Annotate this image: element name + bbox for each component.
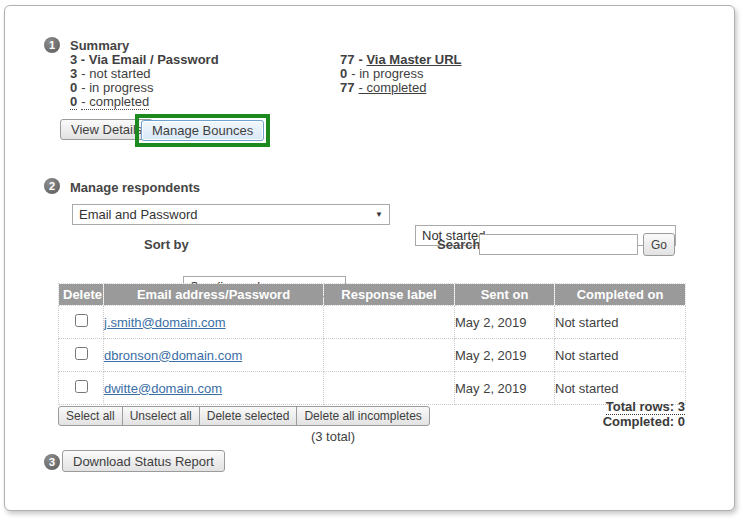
respondents-table: Delete Email address/Password Response l…: [58, 283, 686, 405]
row-checkbox[interactable]: [75, 347, 88, 360]
row-checkbox[interactable]: [75, 314, 88, 327]
delete-selected-button[interactable]: Delete selected: [199, 406, 298, 426]
row-checkbox[interactable]: [75, 380, 88, 393]
summary-master-line-completed: 77- completed: [340, 81, 462, 95]
summary-email-line-completed: 0- completed: [70, 95, 219, 109]
unselect-all-button[interactable]: Unselect all: [122, 406, 200, 426]
manage-bounces-button[interactable]: Manage Bounces: [141, 120, 264, 141]
section-2-number: 2: [49, 180, 55, 192]
download-status-report-button[interactable]: Download Status Report: [62, 450, 225, 472]
chevron-down-icon: ▼: [375, 211, 383, 219]
search-input[interactable]: [479, 234, 638, 255]
select-all-button[interactable]: Select all: [58, 406, 123, 426]
row-count-note: (3 total): [278, 429, 388, 444]
sent-on-cell: May 2, 2019: [455, 339, 555, 372]
go-button[interactable]: Go: [643, 233, 675, 256]
respondent-status-page: 1 Summary 3 - Via Email / Password 3- no…: [0, 0, 743, 521]
col-header-delete: Delete: [59, 284, 104, 306]
table-header-row: Delete Email address/Password Response l…: [59, 284, 686, 306]
section-3-badge: 3: [44, 454, 60, 470]
email-link[interactable]: dwitte@domain.com: [104, 381, 222, 396]
summary-master-line: 0- in progress: [340, 67, 462, 81]
summary-title: Summary: [70, 38, 129, 53]
email-link[interactable]: dbronson@domain.com: [104, 348, 242, 363]
delete-all-incompletes-button[interactable]: Delete all incompletes: [296, 406, 429, 426]
response-label-cell: [324, 306, 455, 339]
completed-on-cell: Not started: [555, 339, 686, 372]
email-link[interactable]: j.smith@domain.com: [104, 315, 226, 330]
summary-email-line: 0- in progress: [70, 81, 219, 95]
total-rows-text: Total rows: 3: [606, 399, 685, 415]
response-label-cell: [324, 339, 455, 372]
sort-by-label: Sort by: [144, 237, 189, 252]
section-1-badge: 1: [44, 37, 60, 53]
col-header-response-label: Response label: [324, 284, 455, 306]
summary-email-line: 3- not started: [70, 67, 219, 81]
completed-count-text: Completed: 0: [505, 414, 685, 429]
annotation-box: Manage Bounces: [135, 114, 270, 147]
summary-master-heading: 77- Via Master URL: [340, 53, 462, 67]
section-3-number: 3: [49, 456, 55, 468]
section-1-number: 1: [49, 39, 55, 51]
col-header-completed-on: Completed on: [555, 284, 686, 306]
search-label: Search: [437, 237, 480, 252]
respondent-type-select[interactable]: Email and Password ▼: [72, 204, 390, 225]
table-totals: Total rows: 3 Completed: 0: [505, 399, 685, 429]
section-2-badge: 2: [44, 178, 60, 194]
sent-on-cell: May 2, 2019: [455, 306, 555, 339]
table-row: dbronson@domain.com May 2, 2019 Not star…: [59, 339, 686, 372]
via-master-url-link[interactable]: Via Master URL: [366, 52, 461, 67]
summary-email-heading: 3 - Via Email / Password: [70, 53, 219, 67]
summary-master-column: 77- Via Master URL 0- in progress 77- co…: [340, 53, 462, 95]
col-header-sent-on: Sent on: [455, 284, 555, 306]
table-row: j.smith@domain.com May 2, 2019 Not start…: [59, 306, 686, 339]
completed-on-cell: Not started: [555, 306, 686, 339]
manage-respondents-title: Manage respondents: [70, 180, 200, 195]
summary-email-column: 3 - Via Email / Password 3- not started …: [70, 53, 219, 109]
table-actions: Select all Unselect all Delete selected …: [58, 406, 430, 426]
response-label-cell: [324, 372, 455, 405]
respondent-type-value: Email and Password: [79, 207, 198, 222]
col-header-email: Email address/Password: [104, 284, 324, 306]
